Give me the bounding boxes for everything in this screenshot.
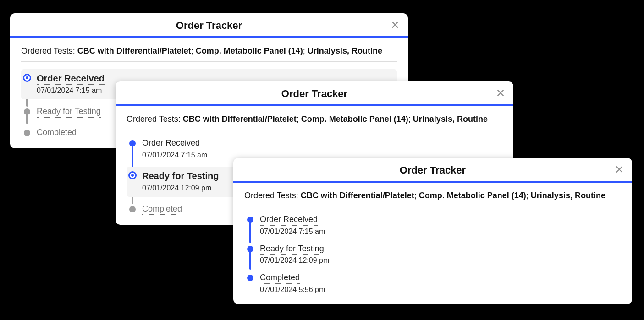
ordered-tests-values: CBC with Differential/Platelet; Comp. Me… (183, 114, 488, 124)
timeline-marker-future-icon (24, 130, 30, 136)
timeline-step-ready-for-testing[interactable]: Ready for Testing 07/01/2024 12:09 pm (244, 243, 621, 266)
ordered-tests-line: Ordered Tests: CBC with Differential/Pla… (127, 114, 502, 130)
card-header: Order Tracker (10, 13, 408, 36)
timeline-step-content: Ready for Testing (37, 107, 101, 118)
timeline-step-content: Order Received 07/01/2024 7:15 am (260, 215, 325, 236)
test-separator: ; (526, 191, 531, 200)
timeline-step-timestamp: 07/01/2024 12:09 pm (260, 256, 329, 265)
timeline-marker-done-icon (247, 217, 253, 223)
timeline-marker-done-icon (247, 246, 253, 252)
timeline-marker-done-icon (247, 275, 253, 281)
timeline-marker-future-icon (129, 206, 136, 212)
card-header: Order Tracker (116, 81, 513, 104)
timeline-step-content: Completed (142, 204, 182, 215)
test-name: CBC with Differential/Platelet (77, 46, 191, 55)
test-name: Urinalysis, Routine (308, 46, 382, 55)
card-title: Order Tracker (400, 164, 466, 176)
test-name: Comp. Metabolic Panel (14) (196, 46, 303, 55)
card-header: Order Tracker (233, 158, 632, 181)
timeline-step-label: Ready for Testing (260, 244, 324, 255)
timeline-step-label: Completed (37, 128, 77, 139)
timeline-step-content: Ready for Testing 07/01/2024 12:09 pm (142, 170, 219, 192)
timeline-step-label: Completed (260, 273, 300, 284)
timeline-step-timestamp: 07/01/2024 7:15 am (37, 87, 105, 95)
timeline-step-timestamp: 07/01/2024 7:15 am (142, 151, 207, 159)
close-icon[interactable] (613, 163, 626, 176)
timeline-marker-current-icon (128, 171, 137, 179)
test-name: CBC with Differential/Platelet (301, 191, 414, 200)
test-separator: ; (297, 114, 301, 124)
close-icon[interactable] (389, 18, 402, 31)
test-name: Comp. Metabolic Panel (14) (301, 114, 408, 124)
ordered-tests-line: Ordered Tests: CBC with Differential/Pla… (244, 191, 621, 206)
timeline-step-label: Ready for Testing (142, 170, 219, 182)
ordered-tests-line: Ordered Tests: CBC with Differential/Pla… (21, 46, 397, 62)
timeline-marker-future-icon (24, 108, 30, 115)
ordered-tests-values: CBC with Differential/Platelet; Comp. Me… (77, 46, 382, 55)
ordered-tests-label: Ordered Tests: (244, 191, 301, 200)
card-title: Order Tracker (176, 20, 242, 32)
test-name: Comp. Metabolic Panel (14) (419, 191, 526, 200)
timeline-step-order-received[interactable]: Order Received 07/01/2024 7:15 am (127, 137, 502, 160)
test-name: Urinalysis, Routine (531, 191, 605, 200)
test-name: Urinalysis, Routine (413, 114, 488, 124)
timeline-step-content: Completed 07/01/2024 5:56 pm (260, 273, 325, 294)
timeline-step-timestamp: 07/01/2024 7:15 am (260, 228, 325, 236)
timeline-step-content: Ready for Testing 07/01/2024 12:09 pm (260, 244, 329, 265)
ordered-tests-values: CBC with Differential/Platelet; Comp. Me… (301, 191, 605, 200)
timeline-step-order-received[interactable]: Order Received 07/01/2024 7:15 am (244, 214, 621, 237)
timeline-step-content: Order Received 07/01/2024 7:15 am (37, 73, 105, 95)
timeline-step-content: Order Received 07/01/2024 7:15 am (142, 138, 207, 159)
ordered-tests-label: Ordered Tests: (127, 114, 183, 124)
test-name: CBC with Differential/Platelet (183, 114, 297, 124)
timeline-step-label: Order Received (37, 73, 105, 85)
timeline-step-label: Order Received (142, 138, 200, 149)
timeline-step-timestamp: 07/01/2024 12:09 pm (142, 184, 219, 192)
test-separator: ; (191, 46, 196, 55)
test-separator: ; (408, 114, 413, 124)
test-separator: ; (414, 191, 419, 200)
timeline-step-label: Order Received (260, 215, 318, 226)
timeline-step-timestamp: 07/01/2024 5:56 pm (260, 286, 325, 294)
timeline-marker-done-icon (129, 140, 136, 146)
ordered-tests-label: Ordered Tests: (21, 46, 77, 55)
timeline-step-label: Completed (142, 204, 182, 215)
card-body: Ordered Tests: CBC with Differential/Pla… (233, 183, 632, 304)
test-separator: ; (303, 46, 308, 55)
timeline-step-label: Ready for Testing (37, 107, 101, 118)
timeline-step-content: Completed (37, 128, 77, 139)
timeline-step-completed[interactable]: Completed 07/01/2024 5:56 pm (244, 272, 621, 295)
order-tracker-card: Order Tracker Ordered Tests: CBC with Di… (233, 158, 632, 304)
timeline: Order Received 07/01/2024 7:15 am Ready … (244, 214, 621, 295)
timeline-marker-current-icon (23, 74, 31, 82)
close-icon[interactable] (494, 87, 507, 99)
card-title: Order Tracker (281, 88, 347, 100)
